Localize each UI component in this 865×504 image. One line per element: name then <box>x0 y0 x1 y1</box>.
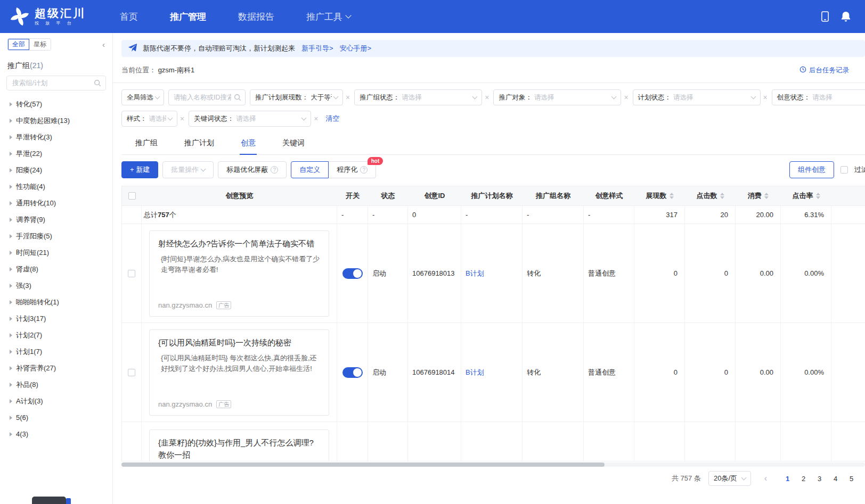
beginner-guide-link[interactable]: 新手引导> <box>301 44 333 53</box>
remove-filter-icon[interactable]: × <box>314 115 318 122</box>
creative-preview-card[interactable]: {韭菜籽}的{功效}与作用_男人不行怎么调理?教你一招 <box>149 429 329 461</box>
creative-style: 普通创意 <box>584 224 634 323</box>
summary-row: 总计757个 - - 0 - - - 317 20 20.00 6.31% <box>122 206 865 224</box>
col-clicks[interactable]: 点击数 <box>685 186 736 205</box>
mobile-icon[interactable] <box>821 11 830 22</box>
page-number-button[interactable]: 3 <box>812 472 827 486</box>
nav-item-promotion-tools[interactable]: 推广工具 <box>306 11 350 23</box>
title-optimization-block-button[interactable]: 标题优化屏蔽 ? <box>218 161 287 178</box>
programmatic-mode-button[interactable]: 程序化 ? hot <box>328 161 376 178</box>
sort-icon[interactable] <box>720 193 724 199</box>
tab-creative[interactable]: 创意 <box>240 132 257 155</box>
nav-item-promotion-manage[interactable]: 推广管理 <box>170 11 206 23</box>
sidebar-group-item[interactable]: 手淫阳痿(5) <box>0 228 112 244</box>
page-size-select[interactable]: 20条/页 <box>708 471 751 486</box>
sort-icon[interactable] <box>670 193 674 199</box>
scrollbar-thumb[interactable] <box>121 462 605 467</box>
remove-filter-icon[interactable]: × <box>763 94 768 101</box>
task-record-link[interactable]: 后台任务记录 <box>799 66 849 75</box>
horizontal-scrollbar[interactable] <box>121 462 865 467</box>
creative-preview-card[interactable]: {可以用风油精延时吗}一次持续的秘密 {可以用风油精延时吗} 每次都这么快,真的… <box>149 329 329 416</box>
sidebar-search-input[interactable] <box>6 76 106 90</box>
sort-icon[interactable] <box>816 193 820 199</box>
filter-chip[interactable]: 推广计划展现数： 大于等于0 <box>250 89 343 105</box>
sidebar-group-item[interactable]: 计划3(17) <box>0 310 112 327</box>
sidebar-group-item[interactable]: 调养肾(9) <box>0 211 112 228</box>
plan-link[interactable]: B计划 <box>466 368 484 377</box>
sidebar-group-item[interactable]: 啪啪啪转化(1) <box>0 294 112 310</box>
filter-checkbox[interactable] <box>840 166 848 173</box>
collapse-sidebar-button[interactable]: ‹ <box>102 40 105 49</box>
col-group-name: 推广组名称 <box>523 186 584 205</box>
custom-mode-button[interactable]: 自定义 <box>291 161 329 178</box>
row-checkbox[interactable] <box>128 270 135 277</box>
sidebar-group-item[interactable]: 阳痿(24) <box>0 162 112 178</box>
sidebar-group-item[interactable]: 转化(57) <box>0 96 112 112</box>
sidebar-group-item[interactable]: 4(3) <box>0 426 112 442</box>
filter-plan-status: 计划状态： 请选择 × <box>633 89 768 105</box>
remove-filter-icon[interactable]: × <box>180 115 184 122</box>
expand-caret-icon <box>10 284 12 288</box>
bell-icon[interactable] <box>840 11 851 22</box>
chevron-down-icon <box>301 115 307 120</box>
sidebar-group-item[interactable]: 通用转化(10) <box>0 195 112 211</box>
tab-keyword[interactable]: 关键词 <box>281 132 306 155</box>
sidebar-group-item[interactable]: 计划1(7) <box>0 343 112 360</box>
creative-switch-toggle[interactable] <box>342 268 363 279</box>
name-id-search <box>168 89 246 105</box>
select-all-checkbox[interactable] <box>128 192 136 200</box>
sidebar-filter-tabs: 全部 星标 <box>7 38 51 51</box>
page-number-button[interactable]: 1 <box>780 472 795 486</box>
logo[interactable]: 超级汇川 投 放 平 台 <box>10 6 86 27</box>
sidebar-group-item[interactable]: 早泄(22) <box>0 145 112 162</box>
sidebar-group-item[interactable]: 时间短(21) <box>0 244 112 261</box>
sidebar-group-item[interactable]: 中度勃起困难(13) <box>0 112 112 129</box>
page-number-button[interactable]: 2 <box>796 472 811 486</box>
tab-promotion-group[interactable]: 推广组 <box>134 132 159 155</box>
sidebar-group-item[interactable]: 强(3) <box>0 277 112 294</box>
floating-widget[interactable] <box>32 497 66 504</box>
remove-filter-icon[interactable]: × <box>346 94 350 101</box>
filter-chip[interactable]: 推广组状态： 请选择 <box>354 89 482 105</box>
new-button[interactable]: + 新建 <box>121 161 158 178</box>
sidebar-group-item[interactable]: 补肾营养(27) <box>0 360 112 376</box>
remove-filter-icon[interactable]: × <box>624 94 628 101</box>
col-cost[interactable]: 消费 <box>736 186 781 205</box>
tab-starred[interactable]: 星标 <box>29 39 51 50</box>
filter-chip[interactable]: 样式： 请选择 <box>121 111 177 127</box>
col-impressions[interactable]: 展现数 <box>634 186 685 205</box>
filter-chip[interactable]: 推广对象： 请选择 <box>493 89 621 105</box>
filter-chip[interactable]: 创意状态： 请选择 <box>772 89 865 105</box>
sidebar-group-item[interactable]: 补品(8) <box>0 376 112 393</box>
clear-filters-link[interactable]: 清空 <box>325 114 339 123</box>
sort-icon[interactable] <box>764 193 769 199</box>
nav-item-data-report[interactable]: 数据报告 <box>238 11 274 23</box>
table-row: {可以用风油精延时吗}一次持续的秘密 {可以用风油精延时吗} 每次都这么快,真的… <box>122 323 865 422</box>
page-number-button[interactable]: 6 <box>860 472 865 486</box>
nav-item-home[interactable]: 首页 <box>120 11 138 23</box>
creative-switch-toggle[interactable] <box>342 367 363 378</box>
remove-filter-icon[interactable]: × <box>485 94 489 101</box>
filter-chip[interactable]: 关键词状态： 请选择 <box>189 111 311 127</box>
sidebar-group-item[interactable]: 肾虚(8) <box>0 261 112 277</box>
sidebar-group-item[interactable]: 计划2(7) <box>0 327 112 343</box>
page-number-button[interactable]: 4 <box>828 472 843 486</box>
tab-promotion-plan[interactable]: 推广计划 <box>183 132 215 155</box>
creative-preview-card[interactable]: 射经快怎么办?告诉你一个简单法子确实不错 {时间短}早谢怎么办,病友也是用这个确… <box>149 230 329 317</box>
plan-link[interactable]: B计划 <box>466 269 484 278</box>
page-number-button[interactable]: 5 <box>844 472 859 486</box>
sidebar-group-item[interactable]: 早泄转化(3) <box>0 129 112 145</box>
sidebar-group-item[interactable]: 5(6) <box>0 409 112 426</box>
global-filter-select[interactable]: 全局筛选 <box>121 89 164 105</box>
col-ctr[interactable]: 点击率 <box>781 186 831 205</box>
tab-all[interactable]: 全部 <box>8 39 29 50</box>
filter-chip[interactable]: 计划状态： 请选择 <box>633 89 761 105</box>
prev-page-button[interactable]: ‹ <box>758 472 773 486</box>
safety-manual-link[interactable]: 安心手册> <box>340 44 372 53</box>
component-creative-button[interactable]: 组件创意 <box>789 161 834 178</box>
sidebar-group-item[interactable]: A计划(3) <box>0 393 112 409</box>
batch-actions-button[interactable]: 批量操作 <box>162 161 214 178</box>
row-checkbox[interactable] <box>128 369 135 376</box>
search-icon <box>94 79 101 88</box>
sidebar-group-item[interactable]: 性功能(4) <box>0 178 112 195</box>
